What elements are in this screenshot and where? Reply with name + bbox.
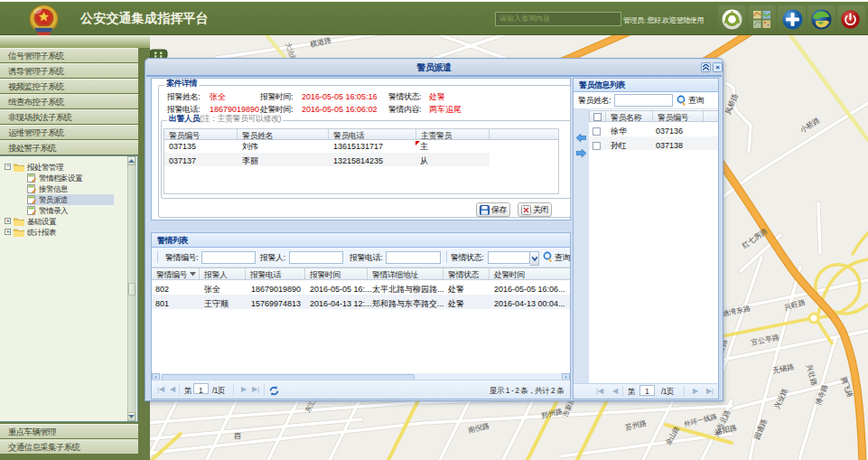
svg-text:酉: 酉 — [234, 432, 241, 440]
